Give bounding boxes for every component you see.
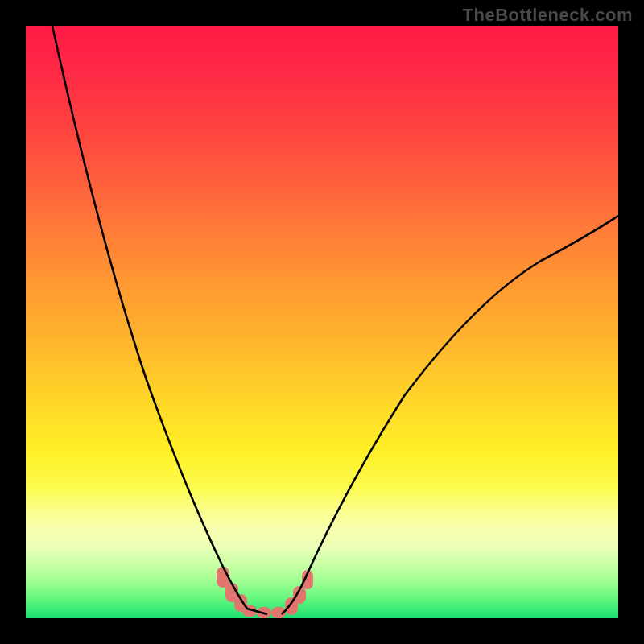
curve-overlay: [26, 26, 618, 618]
plot-area: [26, 26, 618, 618]
watermark-text: TheBottleneck.com: [463, 5, 633, 26]
curve-right-branch: [282, 216, 618, 614]
curve-left-branch: [52, 26, 267, 614]
chart-root: TheBottleneck.com: [0, 0, 644, 644]
